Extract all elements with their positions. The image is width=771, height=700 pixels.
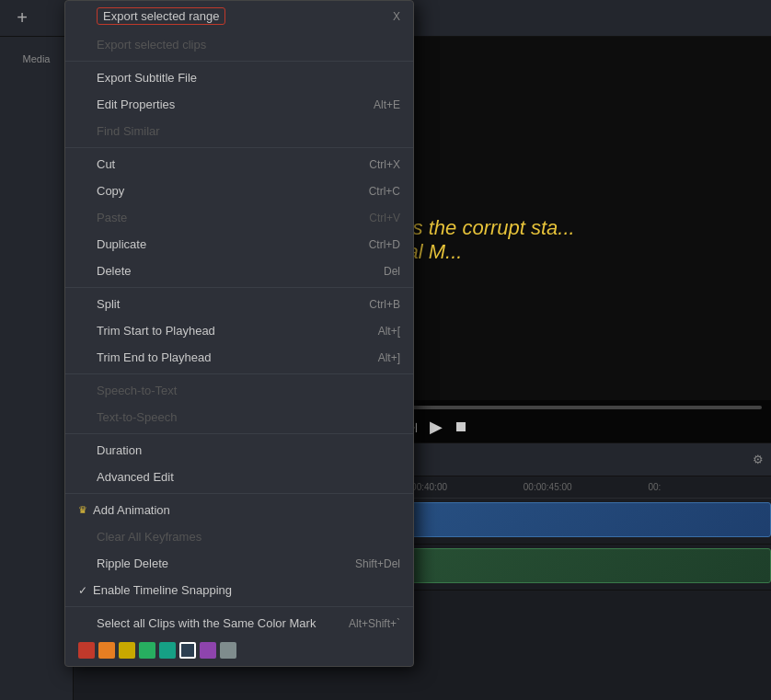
color-swatch-0[interactable] (78, 642, 95, 659)
menu-item-cut[interactable]: CutCtrl+X (65, 151, 413, 178)
menu-item-add-animation[interactable]: ♛Add Animation (65, 497, 413, 523)
menu-item-edit-properties[interactable]: Edit PropertiesAlt+E (65, 91, 413, 118)
menu-item-shortcut: Ctrl+X (369, 158, 400, 171)
menu-separator (65, 606, 413, 607)
add-button[interactable]: + (9, 6, 35, 31)
menu-item-label: Edit Properties (97, 98, 175, 111)
menu-item-label: Select all Clips with the Same Color Mar… (97, 616, 316, 630)
color-swatch-3[interactable] (139, 642, 155, 659)
menu-item-label: Export Subtitle File (97, 71, 197, 85)
menu-item-export-subtitle[interactable]: Export Subtitle File (65, 64, 413, 91)
menu-item-export-range[interactable]: Export selected rangeX (65, 1, 413, 31)
menu-item-label: Find Similar (97, 124, 160, 138)
menu-item-label: Advanced Edit (97, 470, 174, 484)
menu-item-label: Ripple Delete (97, 557, 168, 570)
context-menu: Export selected rangeXExport selected cl… (64, 0, 414, 667)
stop-button[interactable]: ⏹ (454, 419, 468, 435)
color-swatch-5[interactable] (179, 642, 196, 659)
app-container: + Media The film exposes the corrupt sta… (0, 0, 771, 700)
menu-item-split[interactable]: SplitCtrl+B (65, 291, 413, 317)
left-panel: Media (0, 37, 74, 700)
menu-item-label: Trim End to Playhead (97, 350, 212, 364)
menu-item-paste: PasteCtrl+V (65, 204, 413, 231)
menu-item-label: Split (97, 297, 120, 311)
menu-separator (65, 433, 413, 434)
ruler-time-2: 00:00:40:00 (397, 482, 522, 492)
menu-separator (65, 287, 413, 288)
menu-item-export-clips: Export selected clips (65, 31, 413, 58)
menu-item-label: Enable Timeline Snapping (93, 583, 232, 597)
menu-item-shortcut: X (393, 10, 400, 23)
menu-item-trim-start[interactable]: Trim Start to PlayheadAlt+[ (65, 317, 413, 344)
menu-item-label: Duplicate (97, 237, 146, 251)
menu-separator (65, 147, 413, 148)
ruler-time-3: 00:00:45:00 (522, 482, 647, 492)
menu-item-speech-to-text: Speech-to-Text (65, 377, 413, 404)
menu-item-label: Text-to-Speech (97, 410, 177, 424)
menu-item-shortcut: Ctrl+V (369, 212, 400, 224)
menu-item-copy[interactable]: CopyCtrl+C (65, 178, 413, 204)
menu-item-label: Clear All Keyframes (97, 530, 201, 544)
menu-item-shortcut: Ctrl+D (369, 238, 400, 251)
media-label: Media (23, 53, 51, 64)
menu-item-shortcut: Ctrl+C (369, 185, 400, 198)
crown-icon: ♛ (78, 504, 87, 516)
menu-item-text-to-speech: Text-to-Speech (65, 404, 413, 430)
menu-item-shortcut: Shift+Del (355, 557, 400, 570)
menu-item-duration[interactable]: Duration (65, 437, 413, 464)
menu-item-shortcut: Alt+[ (378, 325, 400, 338)
menu-item-label: Cut (97, 157, 115, 171)
menu-item-ripple-delete[interactable]: Ripple DeleteShift+Del (65, 550, 413, 577)
menu-item-label: Duration (97, 443, 142, 457)
menu-item-clear-keyframes: Clear All Keyframes (65, 523, 413, 550)
timeline-settings-button[interactable]: ⚙ (753, 453, 764, 466)
menu-item-trim-end[interactable]: Trim End to PlayheadAlt+] (65, 344, 413, 371)
menu-item-find-similar: Find Similar (65, 118, 413, 144)
color-swatch-7[interactable] (220, 642, 236, 659)
menu-item-shortcut: Ctrl+B (369, 298, 400, 311)
menu-item-shortcut: Alt+] (378, 351, 400, 364)
menu-item-label: Delete (97, 264, 132, 278)
check-icon: ✓ (78, 584, 87, 597)
ruler-time-4: 00: (646, 482, 771, 492)
menu-item-shortcut: Del (384, 265, 400, 278)
menu-item-label: Speech-to-Text (97, 384, 177, 397)
menu-item-duplicate[interactable]: DuplicateCtrl+D (65, 231, 413, 258)
menu-item-select-color[interactable]: Select all Clips with the Same Color Mar… (65, 610, 413, 637)
menu-separator (65, 61, 413, 62)
menu-item-delete[interactable]: DeleteDel (65, 258, 413, 284)
color-swatch-4[interactable] (159, 642, 176, 659)
color-swatch-2[interactable] (119, 642, 135, 659)
color-swatch-6[interactable] (200, 642, 216, 659)
menu-item-advanced-edit[interactable]: Advanced Edit (65, 464, 413, 490)
menu-item-label: Export selected range (97, 7, 225, 25)
menu-item-label: Paste (97, 211, 127, 224)
menu-item-shortcut: Alt+Shift+` (349, 617, 400, 630)
menu-item-enable-snapping[interactable]: ✓Enable Timeline Snapping (65, 577, 413, 603)
menu-separator (65, 373, 413, 374)
color-swatch-1[interactable] (98, 642, 115, 659)
menu-item-label: Copy (97, 184, 124, 198)
menu-separator (65, 493, 413, 494)
menu-item-label: Export selected clips (97, 38, 206, 52)
play-button[interactable]: ▶ (430, 417, 443, 437)
menu-item-label: Trim Start to Playhead (97, 324, 215, 338)
menu-item-shortcut: Alt+E (374, 98, 400, 111)
menu-item-label: Add Animation (93, 503, 170, 517)
color-swatches (65, 637, 413, 666)
